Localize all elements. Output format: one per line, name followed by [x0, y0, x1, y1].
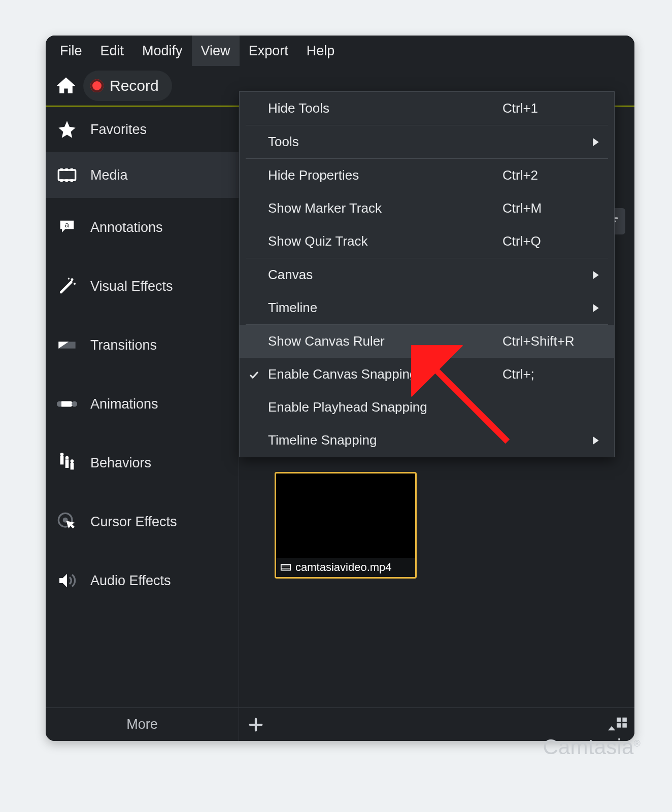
menu-item-shortcut: Ctrl+1	[502, 100, 599, 116]
menu-view[interactable]: View	[192, 36, 240, 66]
menu-item-shortcut: Ctrl+;	[502, 366, 599, 382]
submenu-arrow-icon	[593, 304, 599, 312]
watermark-text: Camtasia	[543, 735, 634, 759]
sidebar-item-label: Behaviors	[90, 455, 151, 471]
svg-rect-5	[65, 179, 68, 182]
svg-point-17	[60, 453, 64, 456]
svg-rect-6	[71, 179, 73, 182]
check-icon	[249, 369, 259, 380]
menu-item-label: Enable Playhead Snapping	[268, 399, 427, 415]
audio-icon	[56, 569, 78, 592]
registered-icon: ®	[634, 738, 641, 749]
record-button[interactable]: Record	[83, 71, 172, 101]
menu-item-label: Tools	[268, 134, 299, 150]
svg-rect-16	[71, 463, 74, 469]
menu-item-label: Hide Tools	[268, 100, 329, 116]
sidebar-item-behaviors[interactable]: Behaviors	[46, 433, 239, 492]
menu-show-quiz-track[interactable]: Show Quiz Track Ctrl+Q	[240, 225, 614, 258]
menu-item-label: Hide Properties	[268, 167, 359, 183]
wand-icon	[56, 275, 78, 297]
menu-tools[interactable]: Tools	[240, 125, 614, 158]
clip-film-icon	[280, 562, 291, 573]
camtasia-watermark: Camtasia®	[543, 735, 641, 759]
menu-item-label: Show Marker Track	[268, 200, 382, 216]
sidebar-item-visual-effects[interactable]: Visual Effects	[46, 257, 239, 316]
svg-rect-22	[281, 565, 290, 570]
media-clip[interactable]: camtasiavideo.mp4	[275, 472, 417, 579]
media-clip-filename: camtasiavideo.mp4	[295, 561, 392, 574]
sidebar-item-animations[interactable]: Animations	[46, 375, 239, 433]
svg-rect-4	[60, 179, 63, 182]
cursor-icon	[56, 511, 78, 533]
menu-edit[interactable]: Edit	[91, 36, 133, 66]
svg-rect-26	[622, 717, 627, 722]
svg-rect-1	[60, 168, 63, 171]
home-icon[interactable]	[55, 75, 77, 97]
annotation-icon: a	[56, 216, 78, 239]
menu-hide-properties[interactable]: Hide Properties Ctrl+2	[240, 159, 614, 192]
menu-item-shortcut: Ctrl+2	[502, 167, 599, 183]
submenu-arrow-icon	[593, 271, 599, 279]
menu-show-canvas-ruler[interactable]: Show Canvas Ruler Ctrl+Shift+R	[240, 325, 614, 358]
svg-point-19	[71, 459, 74, 463]
menu-item-shortcut: Ctrl+M	[502, 200, 599, 216]
sidebar-item-favorites[interactable]: Favorites	[46, 107, 239, 152]
svg-point-10	[68, 278, 70, 279]
menu-item-label: Canvas	[268, 267, 313, 283]
svg-point-8	[71, 278, 74, 281]
sidebar-item-label: Cursor Effects	[90, 514, 177, 530]
app-window: File Edit Modify View Export Help Record…	[46, 36, 634, 741]
sidebar-more[interactable]: More	[46, 707, 239, 741]
behaviors-icon	[56, 452, 78, 474]
svg-rect-14	[60, 456, 64, 465]
menu-show-marker-track[interactable]: Show Marker Track Ctrl+M	[240, 192, 614, 225]
menu-timeline-snapping[interactable]: Timeline Snapping	[240, 424, 614, 457]
svg-rect-2	[65, 168, 68, 171]
svg-point-9	[74, 283, 76, 285]
sidebar-item-label: Favorites	[90, 122, 147, 138]
menu-file[interactable]: File	[51, 36, 91, 66]
sidebar-item-label: Annotations	[90, 220, 163, 235]
sidebar-item-annotations[interactable]: a Annotations	[46, 198, 239, 257]
menu-item-label: Show Canvas Ruler	[268, 333, 385, 349]
menu-export[interactable]: Export	[240, 36, 297, 66]
sidebar-item-cursor-effects[interactable]: Cursor Effects	[46, 492, 239, 551]
menu-enable-playhead-snapping[interactable]: Enable Playhead Snapping	[240, 391, 614, 424]
menu-timeline[interactable]: Timeline	[240, 291, 614, 324]
svg-point-18	[65, 456, 69, 460]
sidebar-item-label: Media	[90, 167, 128, 183]
menu-modify[interactable]: Modify	[133, 36, 192, 66]
film-icon	[56, 164, 78, 186]
sidebar-item-label: Audio Effects	[90, 573, 171, 589]
sidebar-item-label: Animations	[90, 396, 158, 412]
menu-bar: File Edit Modify View Export Help	[46, 36, 634, 66]
menu-help[interactable]: Help	[297, 36, 344, 66]
menu-item-label: Timeline Snapping	[268, 432, 377, 448]
svg-rect-25	[617, 717, 621, 722]
svg-rect-28	[622, 723, 627, 728]
svg-rect-27	[617, 723, 621, 728]
menu-item-shortcut: Ctrl+Shift+R	[502, 333, 599, 349]
svg-rect-15	[65, 459, 69, 468]
record-icon	[90, 79, 104, 92]
sidebar-item-audio-effects[interactable]: Audio Effects	[46, 551, 239, 610]
svg-point-13	[72, 401, 77, 407]
menu-item-label: Enable Canvas Snapping	[268, 366, 417, 382]
menu-item-shortcut: Ctrl+Q	[502, 233, 599, 249]
tools-sidebar: Favorites Media a Annotations Visual Eff…	[46, 107, 239, 741]
animation-icon	[56, 393, 78, 415]
view-menu-dropdown: Hide Tools Ctrl+1 Tools Hide Properties …	[239, 91, 615, 457]
sidebar-item-media[interactable]: Media	[46, 152, 239, 198]
menu-item-label: Timeline	[268, 300, 317, 316]
menu-enable-canvas-snapping[interactable]: Enable Canvas Snapping Ctrl+;	[240, 358, 614, 391]
menu-item-label: Show Quiz Track	[268, 233, 368, 249]
media-clip-label: camtasiavideo.mp4	[276, 558, 415, 577]
sidebar-item-transitions[interactable]: Transitions	[46, 316, 239, 375]
transition-icon	[56, 334, 78, 356]
star-icon	[56, 118, 78, 141]
svg-rect-3	[71, 168, 73, 171]
menu-canvas[interactable]: Canvas	[240, 258, 614, 291]
add-media-button[interactable]	[239, 708, 273, 741]
menu-hide-tools[interactable]: Hide Tools Ctrl+1	[240, 92, 614, 125]
sidebar-item-label: Visual Effects	[90, 279, 173, 294]
